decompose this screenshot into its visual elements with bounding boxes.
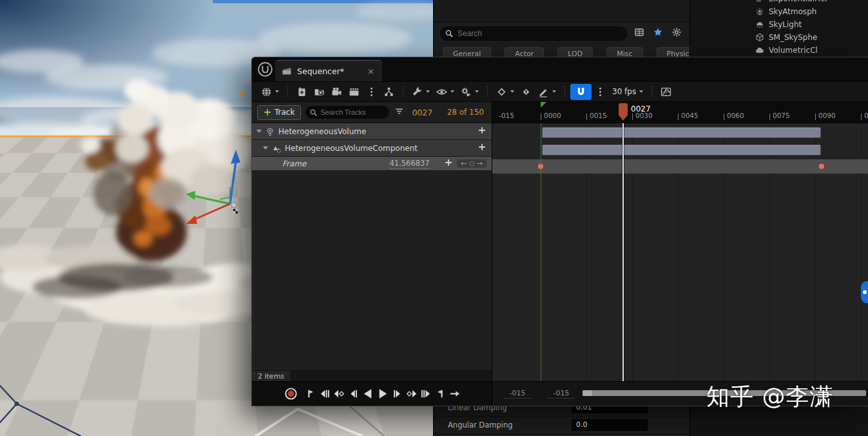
magnet-icon [575,86,586,97]
range-start-marker[interactable] [541,102,546,108]
world-options-button[interactable] [258,84,282,99]
next-key-arrow-icon[interactable]: → [477,160,483,167]
to-end-button[interactable] [434,388,447,400]
play-button[interactable] [376,387,390,401]
step-forward-button[interactable] [392,388,404,400]
track-row-volume-component[interactable]: HeterogeneousVolumeComponent [252,140,492,157]
next-key-button[interactable] [406,388,418,400]
step-back-button[interactable] [347,388,359,400]
to-front-button[interactable] [304,388,316,400]
save-asset-button[interactable] [293,84,311,99]
frame-track-row[interactable] [492,159,868,173]
tp-to-front-icon [305,388,316,399]
filter-icon [394,106,404,116]
timeline-ruler[interactable]: -015000000150030004500600075009001050027 [492,102,868,123]
auto-key-toggle-button[interactable] [517,84,535,99]
track-list: HeterogeneousVolume HeterogeneousVolumeC… [252,123,492,370]
create-camera-button[interactable] [328,84,345,99]
playhead-marker[interactable] [619,103,628,121]
playback-options-icon [461,86,472,97]
sequencer-tab[interactable]: Sequencer* × [275,60,382,81]
tp-play-reverse-icon [362,388,374,400]
curve-editor-toggle-button[interactable] [657,84,675,99]
frame-value-field[interactable]: 41.566837 [390,159,430,169]
snap-toggle-button[interactable] [570,84,592,100]
outliner-item-label: SM_SkySphe [769,33,817,42]
fps-dropdown-button[interactable]: 30 fps [609,85,646,98]
property-value-field[interactable]: 0.0 [572,419,648,431]
outliner-item-label: ExponentialHei [769,0,827,3]
track-row-volume-actor[interactable]: HeterogeneousVolume [252,123,492,140]
prev-key-button[interactable] [333,388,345,400]
sequencer-toolbar: 30 fps [252,81,868,102]
cloud-icon [755,46,764,55]
current-frame-field[interactable]: 0027 [412,108,432,117]
record-button[interactable] [284,386,302,401]
close-tab-button[interactable]: × [366,66,376,76]
tick-mark [769,114,770,120]
play-reverse-button[interactable] [361,387,374,401]
snap-options-button[interactable] [592,84,609,99]
actor-sequence-button[interactable] [380,84,398,99]
add-track-to-component-button[interactable] [477,143,487,154]
next-frame-button[interactable] [420,388,432,400]
keyframe-dot[interactable] [819,164,824,169]
track-section[interactable] [542,144,821,155]
actor-pivot-dot [240,92,244,95]
tick-mark [541,114,541,120]
playhead-line[interactable] [622,123,624,381]
outliner-item[interactable]: SkyLight [690,18,868,31]
timeline-canvas[interactable] [492,123,868,381]
track-search-input[interactable] [305,106,389,119]
working-range-start-field[interactable]: -015 [548,389,575,399]
loop-button[interactable] [448,388,461,400]
items-count-label: 2 items [252,371,290,381]
outliner-item[interactable]: SM_SkySphe [690,31,868,44]
tick-mark [724,114,724,120]
browse-asset-button[interactable] [311,84,328,99]
track-section[interactable] [542,127,821,138]
scrollbar-handle[interactable] [583,390,592,396]
fps-dropdown-label: 30 fps [612,87,636,96]
edit-options-caret-icon [552,90,556,93]
render-movie-button[interactable] [345,84,363,99]
favorites-button[interactable] [651,26,664,41]
more-v-icon [366,86,377,97]
prev-frame-button[interactable] [318,388,331,400]
track-row-frame-property[interactable]: Frame 41.566837 ← ○ → [252,157,492,171]
gear-icon [671,27,682,37]
collapse-caret-icon[interactable] [256,130,262,133]
track-filter-button[interactable] [394,106,405,119]
outliner-list: ExponentialHeiSkyAtmosphSkyLightSM_SkySp… [690,0,868,57]
add-track-to-actor-button[interactable] [477,126,487,137]
details-search-input[interactable] [440,26,627,41]
items-count-strip: 2 items [252,370,492,381]
key-navigation[interactable]: ← ○ → [457,159,487,168]
view-range-start-field[interactable]: -015 [504,389,531,399]
add-key-button[interactable] [444,158,453,169]
add-track-button[interactable]: Track [257,105,301,120]
sequencer-settings-button[interactable] [409,84,433,99]
add-key-circle-icon[interactable]: ○ [469,161,474,166]
create-asset-icon [296,86,307,97]
side-notification-badge[interactable] [861,281,868,303]
details-settings-button[interactable] [670,26,683,41]
sequencer-titlebar[interactable]: Sequencer* × [252,57,868,81]
tp-step-back-icon [347,388,358,399]
property-label: Angular Damping [448,421,572,430]
tp-next-key-icon [407,388,418,399]
auto-key-icon [521,86,532,97]
prev-key-arrow-icon[interactable]: ← [461,160,467,167]
keyframe-options-button[interactable] [493,84,517,99]
playback-options-button[interactable] [458,84,482,99]
sequencer-settings-caret-icon [426,90,430,93]
outliner-item[interactable]: SkyAtmosph [690,5,868,18]
plus-icon [264,108,271,116]
collapse-caret-icon[interactable] [263,146,268,150]
outliner-item[interactable]: ExponentialHei [690,0,868,5]
display-options-button[interactable] [633,26,646,41]
render-options-button[interactable] [363,84,380,99]
outliner-item[interactable]: VolumetricCl [690,44,868,57]
edit-options-button[interactable] [535,84,559,99]
view-options-button[interactable] [433,84,458,99]
